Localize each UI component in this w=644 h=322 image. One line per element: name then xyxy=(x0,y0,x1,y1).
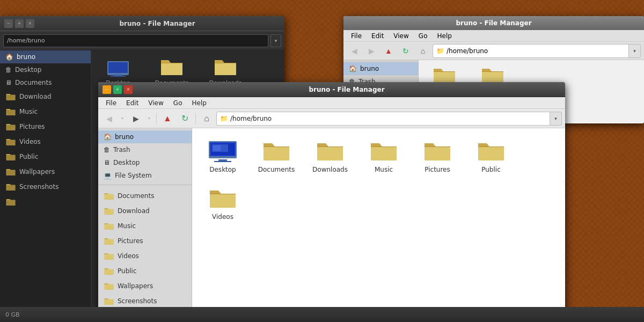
folder-videos-main[interactable]: Videos xyxy=(199,182,247,224)
toolbar-dark: /home/bruno ▾ xyxy=(0,31,284,50)
sidebar-bruno-right[interactable]: 🏠 bruno xyxy=(343,62,418,75)
desktop-icon-sidebar: 🖥 xyxy=(104,159,110,166)
address-dropdown-right[interactable]: ▾ xyxy=(629,44,641,58)
pictures-folder-icon-dark xyxy=(5,137,16,147)
sidebar-music-main[interactable]: Music xyxy=(98,218,192,233)
sidebar-item-wallpapers-dark[interactable]: Screenshots xyxy=(0,179,91,194)
content-main: Desktop Documents xyxy=(192,128,565,313)
sidebar-bruno-main[interactable]: 🏠 bruno xyxy=(98,130,192,143)
public-icon-main xyxy=(476,138,506,164)
svg-rect-1 xyxy=(108,62,128,73)
sidebar-divider xyxy=(98,182,192,185)
sidebar-item-music-dark[interactable]: Pictures xyxy=(0,119,91,134)
menu-edit-main[interactable]: Edit xyxy=(122,98,143,108)
folder-documents-main[interactable]: Documents xyxy=(252,135,301,177)
menu-view-main[interactable]: View xyxy=(144,98,167,108)
sidebar-item-bruno-dark[interactable]: 🏠 bruno xyxy=(0,50,91,63)
folder-public-main[interactable]: Public xyxy=(467,135,515,177)
back-dropdown-main[interactable]: ▾ xyxy=(119,111,126,126)
sidebar-item-trash-dark[interactable]: 🗑 Desktop xyxy=(0,63,91,76)
sidebar-videos-main[interactable]: Videos xyxy=(98,248,192,264)
folder-pictures-main[interactable]: Pictures xyxy=(413,135,462,177)
sidebar-wallpapers-main[interactable]: Wallpapers xyxy=(98,279,192,294)
svg-rect-10 xyxy=(213,145,221,151)
toolbar-main: ◀ ▾ ▶ ▾ ▲ ↻ ⌂ 📁 /home/bruno ▾ xyxy=(98,109,565,128)
maximize-btn-main[interactable]: + xyxy=(113,85,122,94)
downloads-label-main: Downloads xyxy=(312,166,348,173)
docs-folder-icon-dark xyxy=(5,92,16,101)
title-right: bruno - File Manager xyxy=(348,19,640,27)
address-dropdown-main[interactable]: ▾ xyxy=(550,112,562,126)
folder-music-main[interactable]: Music xyxy=(360,135,408,177)
sidebar-dark: 🏠 bruno 🗑 Desktop 🖥 Documents Download M… xyxy=(0,50,91,317)
reload-btn-right[interactable]: ↻ xyxy=(398,43,413,58)
wallpapers-folder-icon-main xyxy=(104,281,114,291)
sidebar-item-docs-dark[interactable]: Download xyxy=(0,89,91,104)
menu-view-right[interactable]: View xyxy=(389,31,413,41)
separator2 xyxy=(195,113,196,124)
sidebar-desktop-main[interactable]: 🖥 Desktop xyxy=(98,156,192,169)
close-btn-dark[interactable]: × xyxy=(26,19,34,28)
sidebar-item-screenshots-dark[interactable] xyxy=(0,194,91,209)
home-btn-right[interactable]: ⌂ xyxy=(415,43,430,58)
up-btn-main[interactable]: ▲ xyxy=(160,111,175,126)
address-text-main: /home/bruno xyxy=(230,115,272,122)
downloads-icon-main xyxy=(315,138,345,164)
sidebar-public-main[interactable]: Public xyxy=(98,264,192,279)
forward-btn-main[interactable]: ▶ xyxy=(128,111,143,126)
address-dropdown-dark[interactable]: ▾ xyxy=(270,34,281,47)
sidebar-item-public-dark[interactable]: Wallpapers xyxy=(0,164,91,179)
sidebar-item-desktop-dark[interactable]: 🖥 Documents xyxy=(0,76,91,89)
back-btn-right[interactable]: ◀ xyxy=(347,43,362,58)
maximize-btn-dark[interactable]: + xyxy=(15,19,24,28)
public-folder-icon-main xyxy=(104,266,114,276)
home-icon-sidebar: 🏠 xyxy=(104,133,112,141)
sidebar-item-download-dark[interactable]: Music xyxy=(0,104,91,119)
sidebar-item-pictures-dark[interactable]: Videos xyxy=(0,134,91,149)
titlebar-buttons-dark: − + × xyxy=(4,19,34,28)
download-folder-icon-main xyxy=(104,206,114,216)
sidebar-trash-main[interactable]: 🗑 Trash xyxy=(98,143,192,156)
titlebar-main: − + × bruno - File Manager xyxy=(98,82,565,97)
sidebar-filesystem-main[interactable]: 💻 File System xyxy=(98,169,192,182)
sidebar-pictures-main[interactable]: Pictures xyxy=(98,233,192,248)
address-folder-icon: 📁 xyxy=(220,115,228,122)
minimize-btn-dark[interactable]: − xyxy=(4,19,13,28)
address-bar-main[interactable]: 📁 /home/bruno xyxy=(216,112,550,126)
taskbar: 0 GB xyxy=(0,307,644,322)
bruno-icon-right: 🏠 xyxy=(349,65,357,72)
close-btn-main[interactable]: × xyxy=(124,85,133,94)
address-container: 📁 /home/bruno ▾ xyxy=(216,112,562,126)
separator1 xyxy=(156,113,157,124)
sidebar-screenshots-main[interactable]: Screenshots xyxy=(98,294,192,309)
menu-go-main[interactable]: Go xyxy=(169,98,187,108)
videos-label-main: Videos xyxy=(212,213,233,221)
titlebar-right: bruno - File Manager xyxy=(343,16,644,30)
minimize-btn-main[interactable]: − xyxy=(103,85,111,94)
forward-dropdown-main[interactable]: ▾ xyxy=(145,111,153,126)
up-btn-right[interactable]: ▲ xyxy=(381,43,396,58)
menu-file-right[interactable]: File xyxy=(347,31,366,41)
menu-help-main[interactable]: Help xyxy=(187,98,210,108)
music-icon-main xyxy=(369,138,399,164)
svg-rect-6 xyxy=(218,159,227,161)
home-btn-main[interactable]: ⌂ xyxy=(199,111,214,126)
back-btn-main[interactable]: ◀ xyxy=(101,111,116,126)
videos-folder-icon-dark xyxy=(5,152,16,162)
forward-btn-right[interactable]: ▶ xyxy=(364,43,379,58)
sidebar-download-main[interactable]: Download xyxy=(98,203,192,218)
menu-edit-right[interactable]: Edit xyxy=(367,31,388,41)
address-text-dark: /home/bruno xyxy=(7,37,45,44)
sidebar-documents-main[interactable]: Documents xyxy=(98,188,192,203)
menu-help-right[interactable]: Help xyxy=(433,31,456,41)
title-dark: bruno - File Manager xyxy=(34,20,280,27)
sidebar-item-videos-dark[interactable]: Public xyxy=(0,149,91,164)
reload-btn-main[interactable]: ↻ xyxy=(177,111,192,126)
menu-go-right[interactable]: Go xyxy=(414,31,432,41)
download-folder-icon-dark xyxy=(5,107,16,116)
address-text-right: /home/bruno xyxy=(447,47,488,55)
folder-downloads-main[interactable]: Downloads xyxy=(306,135,354,177)
videos-folder-icon-main xyxy=(104,251,114,261)
folder-desktop-main[interactable]: Desktop xyxy=(199,135,247,177)
menu-file-main[interactable]: File xyxy=(101,98,121,108)
